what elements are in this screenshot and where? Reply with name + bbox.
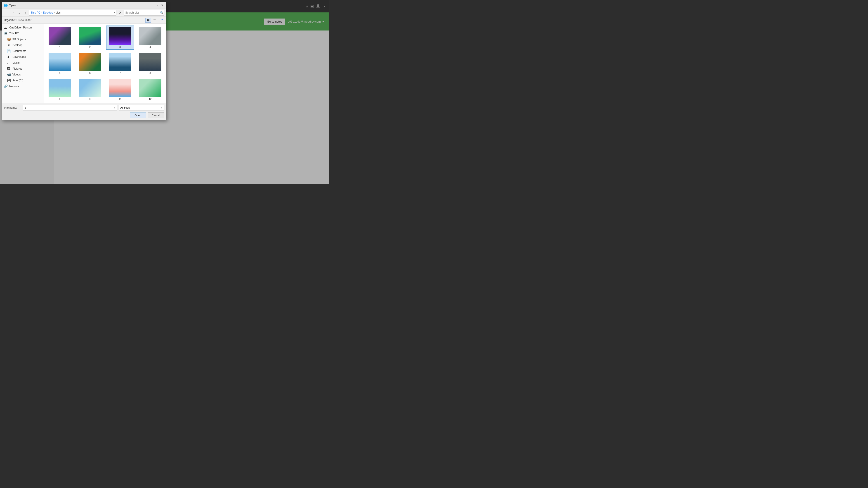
help-button[interactable]: ? xyxy=(159,18,164,23)
file-thumb-2[interactable]: 2 xyxy=(76,26,104,50)
address-sep-2: › xyxy=(54,11,55,14)
file-thumb-5[interactable]: 5 xyxy=(46,52,74,76)
videos-icon: 📹 xyxy=(7,73,11,76)
files-grid: 1 2 3 4 5 xyxy=(46,26,164,102)
dialog-minimize-button[interactable]: — xyxy=(149,3,153,8)
dialog-open-button[interactable]: Open xyxy=(130,112,146,119)
dialog-files-area: 1 2 3 4 5 xyxy=(44,24,166,103)
onedrive-icon: ☁ xyxy=(4,26,8,29)
file-thumb-11[interactable]: 11 xyxy=(106,77,134,102)
file-label-12: 12 xyxy=(149,98,151,100)
nav-back-button[interactable]: ← xyxy=(4,10,9,15)
filetype-label: All Files xyxy=(120,106,130,109)
thumbnail-image-10 xyxy=(79,79,101,97)
search-submit-button[interactable]: 🔍 xyxy=(160,11,164,14)
file-thumb-1[interactable]: 1 xyxy=(46,26,74,50)
filename-value: 3 xyxy=(25,106,26,109)
file-label-5: 5 xyxy=(59,72,61,74)
details-view-button[interactable]: ☰ xyxy=(152,18,158,23)
file-thumb-4[interactable]: 4 xyxy=(136,26,164,50)
sidebar-nav-onedrive[interactable]: ☁ OneDrive - Person xyxy=(2,25,43,31)
file-label-9: 9 xyxy=(59,98,61,100)
address-part-this-pc[interactable]: This PC xyxy=(31,11,40,14)
dialog-body: ☁ OneDrive - Person 💻 This PC 📦 3D Objec… xyxy=(2,24,166,103)
address-bar[interactable]: This PC › Desktop › pics ▾ xyxy=(29,10,116,15)
search-box[interactable]: 🔍 xyxy=(124,10,164,15)
sidebar-nav-music[interactable]: ♪ Music xyxy=(2,60,43,66)
dialog-title-text: Open xyxy=(9,4,149,7)
thumbnail-image-7 xyxy=(109,53,131,71)
onedrive-label: OneDrive - Person xyxy=(9,26,32,29)
music-label: Music xyxy=(12,61,20,64)
dialog-cancel-button[interactable]: Cancel xyxy=(148,112,164,119)
address-part-desktop[interactable]: Desktop xyxy=(43,11,53,14)
desktop-icon: 🖥 xyxy=(7,43,11,47)
thumbnail-image-8 xyxy=(139,53,161,71)
organize-label: Organize xyxy=(4,19,15,22)
file-label-3: 3 xyxy=(119,46,121,48)
address-dropdown-button[interactable]: ▾ xyxy=(114,11,115,14)
dialog-secondary-toolbar: Organize ▾ New folder ⊞ ☰ ? xyxy=(2,17,166,24)
search-input[interactable] xyxy=(125,11,159,14)
sidebar-nav-this-pc[interactable]: 💻 This PC xyxy=(2,31,43,36)
filetype-select-wrapper[interactable]: All Files ▾ xyxy=(119,105,164,111)
view-toggle-buttons: ⊞ ☰ xyxy=(145,18,158,23)
nav-up-button[interactable]: ↑ xyxy=(23,10,28,15)
filename-input-wrapper[interactable]: 3 ▾ xyxy=(23,105,117,111)
thumbnail-image-1 xyxy=(49,27,71,45)
sidebar-nav-network[interactable]: 🔗 Network xyxy=(2,84,43,89)
file-label-2: 2 xyxy=(89,46,91,48)
pictures-label: Pictures xyxy=(12,67,22,70)
filename-label: File name: xyxy=(4,106,21,109)
sidebar-nav-acer-c[interactable]: 💾 Acer (C:) xyxy=(2,77,43,84)
thumbnail-image-4 xyxy=(139,27,161,45)
filetype-dropdown-arrow[interactable]: ▾ xyxy=(161,107,162,109)
file-open-dialog: 🌐 Open — □ ✕ ← → ⌄ ↑ This PC › Desktop ›… xyxy=(2,2,166,121)
thumbnail-image-6 xyxy=(79,53,101,71)
dialog-sidebar-nav: ☁ OneDrive - Person 💻 This PC 📦 3D Objec… xyxy=(2,24,44,103)
nav-dropdown-button[interactable]: ⌄ xyxy=(17,10,22,15)
file-label-7: 7 xyxy=(119,72,121,74)
nav-forward-button[interactable]: → xyxy=(10,10,16,15)
file-thumb-3[interactable]: 3 xyxy=(106,26,134,50)
acer-c-icon: 💾 xyxy=(7,78,11,82)
sidebar-nav-desktop[interactable]: 🖥 Desktop xyxy=(2,42,43,48)
organize-button[interactable]: Organize ▾ xyxy=(4,19,17,22)
documents-label: Documents xyxy=(12,50,26,53)
file-thumb-7[interactable]: 7 xyxy=(106,52,134,76)
downloads-icon: ⬇ xyxy=(7,55,11,59)
sidebar-nav-downloads[interactable]: ⬇ Downloads xyxy=(2,54,43,60)
3d-objects-icon: 📦 xyxy=(7,37,11,41)
dialog-maximize-button[interactable]: □ xyxy=(154,3,159,8)
videos-label: Videos xyxy=(12,73,21,76)
file-label-11: 11 xyxy=(119,98,121,100)
dialog-window-controls: — □ ✕ xyxy=(149,3,164,8)
this-pc-icon: 💻 xyxy=(4,32,8,35)
sidebar-nav-videos[interactable]: 📹 Videos xyxy=(2,72,43,77)
file-thumb-12[interactable]: 12 xyxy=(136,77,164,102)
details-view-icon: ☰ xyxy=(153,19,156,22)
thumbnail-image-12 xyxy=(139,79,161,97)
downloads-label: Downloads xyxy=(12,55,26,59)
dialog-title-icon: 🌐 xyxy=(4,4,7,7)
dialog-close-button[interactable]: ✕ xyxy=(160,3,164,8)
file-thumb-9[interactable]: 9 xyxy=(46,77,74,102)
dialog-action-row: Open Cancel xyxy=(4,112,164,119)
thumbnail-image-9 xyxy=(49,79,71,97)
thumbnail-image-11 xyxy=(109,79,131,97)
filename-row: File name: 3 ▾ All Files ▾ xyxy=(4,105,164,111)
file-thumb-6[interactable]: 6 xyxy=(76,52,104,76)
sidebar-nav-documents[interactable]: 📄 Documents xyxy=(2,48,43,54)
address-part-pics: pics xyxy=(56,11,61,14)
3d-objects-label: 3D Objects xyxy=(12,38,26,41)
file-thumb-8[interactable]: 8 xyxy=(136,52,164,76)
address-refresh-button[interactable]: ⟳ xyxy=(117,10,123,15)
filename-dropdown-arrow[interactable]: ▾ xyxy=(114,107,115,109)
sidebar-nav-3d-objects[interactable]: 📦 3D Objects xyxy=(2,36,43,42)
pictures-icon: 🖼 xyxy=(7,67,11,70)
file-label-8: 8 xyxy=(149,72,151,74)
file-thumb-10[interactable]: 10 xyxy=(76,77,104,102)
sidebar-nav-pictures[interactable]: 🖼 Pictures xyxy=(2,66,43,72)
grid-view-button[interactable]: ⊞ xyxy=(145,18,151,23)
new-folder-button[interactable]: New folder xyxy=(19,19,31,22)
